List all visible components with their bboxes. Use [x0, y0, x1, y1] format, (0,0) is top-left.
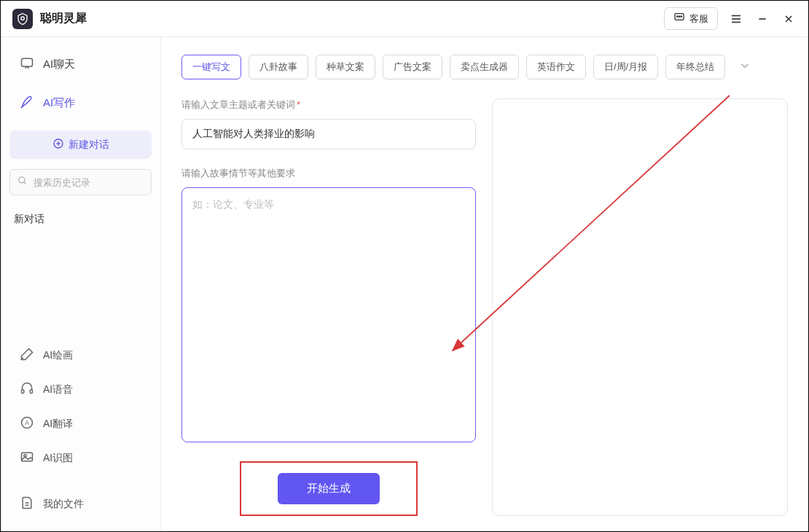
- service-label: 客服: [689, 12, 708, 26]
- svg-point-0: [21, 17, 25, 20]
- file-icon: [20, 496, 34, 512]
- history-item-title: 新对话: [14, 213, 44, 224]
- translate-icon: A: [20, 415, 34, 432]
- sidebar-item-label: AI聊天: [43, 58, 75, 71]
- topic-label: 请输入文章主题或者关键词*: [181, 98, 476, 112]
- brush-icon: [20, 347, 34, 364]
- sidebar-tool-label: AI绘画: [43, 349, 73, 362]
- svg-point-15: [19, 177, 25, 183]
- output-panel: [492, 98, 788, 516]
- svg-line-16: [24, 182, 26, 184]
- sidebar-tool-label: AI识图: [43, 452, 73, 465]
- svg-point-2: [677, 16, 678, 17]
- app-logo-icon: [12, 9, 33, 29]
- svg-rect-18: [30, 390, 32, 394]
- history-item[interactable]: 新对话: [9, 206, 152, 233]
- close-button[interactable]: [781, 13, 797, 25]
- sidebar-tool-label: 我的文件: [43, 498, 84, 511]
- headset-icon: [20, 381, 34, 398]
- tab-year-summary[interactable]: 年终总结: [665, 55, 725, 79]
- app-title: 聪明灵犀: [40, 11, 87, 26]
- sidebar-item-chat[interactable]: AI聊天: [9, 47, 152, 82]
- chat-bubble-icon: [673, 12, 685, 26]
- search-input[interactable]: [34, 177, 156, 188]
- customer-service-button[interactable]: 客服: [664, 7, 718, 30]
- search-box[interactable]: [9, 169, 152, 195]
- tab-english-essay[interactable]: 英语作文: [526, 55, 586, 79]
- menu-button[interactable]: [728, 12, 744, 26]
- sidebar-tool-files[interactable]: 我的文件: [9, 487, 152, 521]
- sidebar: AI聊天 AI写作 新建对话 新对话: [1, 37, 161, 531]
- sidebar-item-writing[interactable]: AI写作: [9, 86, 152, 120]
- sidebar-tool-voice[interactable]: AI语音: [9, 372, 152, 407]
- main-content: 一键写文 八卦故事 种草文案 广告文案 卖点生成器 英语作文 日/周/月报 年终…: [161, 37, 808, 531]
- expand-tabs-button[interactable]: [732, 56, 757, 78]
- svg-rect-17: [22, 390, 24, 394]
- sidebar-tool-paint[interactable]: AI绘画: [9, 338, 152, 372]
- template-tabs: 一键写文 八卦故事 种草文案 广告文案 卖点生成器 英语作文 日/周/月报 年终…: [181, 55, 788, 79]
- sidebar-tool-label: AI语音: [43, 383, 73, 396]
- sidebar-tool-label: AI翻译: [43, 418, 73, 431]
- svg-text:A: A: [25, 419, 29, 426]
- svg-point-3: [679, 16, 679, 17]
- generate-button[interactable]: 开始生成: [278, 473, 380, 504]
- minimize-button[interactable]: [754, 13, 770, 25]
- tab-gossip-story[interactable]: 八卦故事: [249, 55, 308, 79]
- detail-textarea[interactable]: [181, 187, 476, 442]
- detail-label: 请输入故事情节等其他要求: [181, 167, 476, 180]
- new-chat-label: 新建对话: [69, 138, 109, 152]
- pen-icon: [20, 95, 34, 112]
- new-chat-button[interactable]: 新建对话: [9, 130, 152, 159]
- sidebar-tool-image[interactable]: AI识图: [9, 441, 152, 475]
- sidebar-item-label: AI写作: [43, 96, 75, 110]
- tab-selling-points[interactable]: 卖点生成器: [450, 55, 519, 79]
- svg-rect-21: [22, 453, 33, 461]
- search-icon: [17, 176, 28, 189]
- tab-one-click-write[interactable]: 一键写文: [181, 55, 241, 79]
- tab-seeding-copy[interactable]: 种草文案: [316, 55, 375, 79]
- svg-point-4: [681, 16, 681, 17]
- tab-report[interactable]: 日/周/月报: [593, 55, 658, 79]
- annotation-highlight-box: 开始生成: [240, 461, 418, 516]
- topic-input[interactable]: [181, 119, 476, 149]
- title-bar: 聪明灵犀 客服: [1, 1, 808, 37]
- plus-circle-icon: [52, 138, 64, 152]
- svg-rect-11: [22, 58, 33, 66]
- tab-ad-copy[interactable]: 广告文案: [383, 55, 442, 79]
- image-icon: [20, 450, 34, 466]
- sidebar-tool-translate[interactable]: A AI翻译: [9, 407, 152, 441]
- chat-icon: [20, 56, 34, 73]
- logo-wrap: 聪明灵犀: [12, 9, 87, 29]
